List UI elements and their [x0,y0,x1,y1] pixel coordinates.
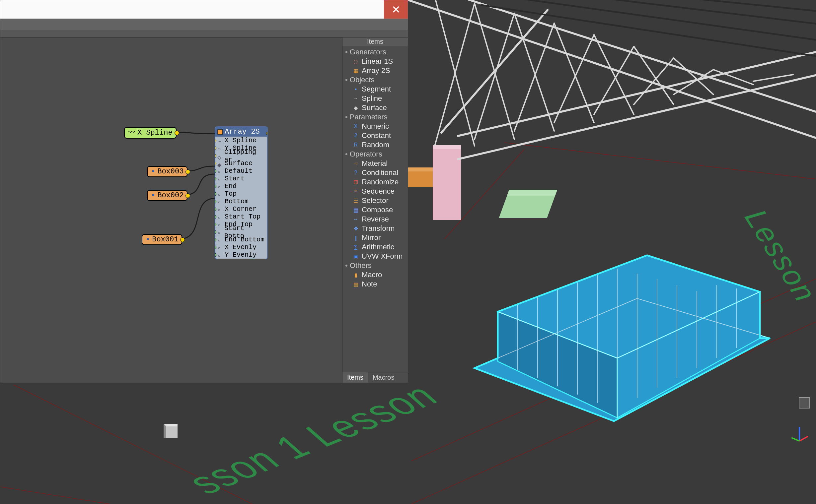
node-array2s[interactable]: Array 2S ~X Spline~Y Spline◇Clipping ar◆… [215,126,268,259]
palette-item-label: Reverse [362,215,389,223]
palette-item[interactable]: ⚅Randomize [343,177,408,187]
palette-item-label: Conditional [362,168,398,177]
panel-titlebar[interactable]: ✕ [0,0,408,19]
palette-item-icon: ▤ [352,207,359,213]
node-input-port[interactable] [215,253,217,257]
palette-item-icon: R [352,142,359,148]
palette-category[interactable]: Objects [343,75,408,85]
palette-category[interactable]: Operators [343,150,408,159]
node-input-port[interactable] [215,207,217,212]
palette-category[interactable]: Generators [343,47,408,57]
palette-item[interactable]: ▤Compose [343,205,408,215]
palette-category[interactable]: Others [343,261,408,270]
row-label: X Spline [225,137,257,144]
node-output-port[interactable] [174,131,179,135]
palette-item[interactable]: ◌Linear 1S [343,57,408,66]
node-input-row[interactable]: ▫X Corner [216,205,267,213]
viewcube[interactable] [799,397,810,409]
node-input-row[interactable]: ▫Start Botto [216,228,267,236]
palette-item[interactable]: ↔Reverse [343,215,408,224]
palette-item[interactable]: ▪Segment [343,85,408,94]
node-input-port[interactable] [215,237,217,242]
row-label: Start [225,175,245,182]
node-input-row[interactable]: ~X Spline [216,137,267,144]
palette-item[interactable]: ▮Macro [343,270,408,280]
node-title: Array 2S [225,128,260,136]
row-icon: ▫ [218,229,222,235]
palette-item[interactable]: 2Constant [343,131,408,140]
palette-item[interactable]: ▣UVW XForm [343,252,408,261]
axis-gizmo[interactable] [789,424,809,444]
palette-item-label: Mirror [362,233,381,242]
palette-item[interactable]: XNumeric [343,122,408,131]
tab-items[interactable]: Items [343,372,368,383]
row-label: Default [225,167,253,175]
palette-item-label: UVW XForm [362,252,403,261]
palette-item[interactable]: ◆Surface [343,103,408,112]
node-output-port[interactable] [180,237,185,242]
node-input-port[interactable] [215,215,217,219]
node-input-port[interactable] [215,169,217,173]
node-input-port[interactable] [215,184,217,189]
node-xspline[interactable]: 〰 X Spline [124,127,176,139]
node-input-row[interactable]: ◇Clipping ar [216,152,267,159]
node-input-row[interactable]: ▫End [216,182,267,190]
node-input-port[interactable] [215,192,217,196]
node-input-port[interactable] [215,138,217,143]
panel-toolbar[interactable] [0,19,408,30]
node-input-port[interactable] [215,245,217,250]
palette-item-label: Note [362,280,377,288]
node-input-port[interactable] [215,146,217,151]
palette-item[interactable]: ▤Note [343,280,408,289]
row-label: X Corner [225,205,257,213]
node-input-row[interactable]: ▫Start [216,175,267,182]
node-input-port[interactable] [215,230,217,234]
node-input-port[interactable] [215,161,217,166]
node-canvas[interactable]: 〰 X Spline ▪ Box003 ▪ Box002 ▪ Box001 Ar… [0,37,342,369]
node-input-row[interactable]: ▫Default [216,167,267,175]
palette-item-icon: ▦ [352,67,359,74]
palette-item[interactable]: ✥Transform [343,224,408,233]
palette-category[interactable]: Parameters [343,112,408,122]
palette-item[interactable]: ‖Mirror [343,233,408,242]
geom-array-cyan[interactable] [471,255,770,421]
node-box002[interactable]: ▪ Box002 [147,190,187,201]
node-input-row[interactable]: ◆Surface [216,159,267,167]
node-input-row[interactable]: ▫Start Top [216,213,267,221]
node-input-port[interactable] [215,222,217,227]
node-box003[interactable]: ▪ Box003 [147,166,187,177]
palette-item[interactable]: RRandom [343,140,408,150]
node-input-row[interactable]: ▫Top [216,190,267,198]
node-input-row[interactable]: ▫Bottom [216,198,267,205]
palette-body[interactable]: Generators◌Linear 1S▦Array 2SObjects▪Seg… [343,46,408,372]
palette-item[interactable]: ?Conditional [343,168,408,177]
node-input-row[interactable]: ▫End Bottom [216,236,267,243]
node-output-port[interactable] [185,169,190,174]
node-input-port[interactable] [215,154,217,158]
node-input-port[interactable] [215,199,217,204]
palette-item-label: Arithmetic [362,243,394,251]
palette-item-icon: ‖ [352,234,359,241]
node-box001[interactable]: ▪ Box001 [142,234,182,245]
svg-line-50 [791,438,799,441]
row-icon: ▫ [218,176,223,181]
palette-item[interactable]: ▦Array 2S [343,66,408,75]
palette-item[interactable]: ⁘Material [343,159,408,168]
geom-truss [408,0,816,262]
palette-item-icon: ~ [352,95,359,102]
node-output-port[interactable] [185,193,190,198]
palette-item[interactable]: ∑Arithmetic [343,242,408,252]
palette-item[interactable]: ~Spline [343,94,408,103]
tab-macros[interactable]: Macros [368,372,399,383]
palette-item[interactable]: ≡Sequence [343,187,408,196]
close-button[interactable]: ✕ [384,0,408,19]
node-input-row[interactable]: ▫X Evenly [216,243,267,251]
palette-item-icon: ? [352,169,359,176]
node-array2s-header[interactable]: Array 2S [216,127,267,137]
panel-subtoolbar [0,30,408,37]
row-label: End Bottom [225,236,265,243]
node-input-row[interactable]: ▫Y Evenly [216,251,267,259]
row-label: Y Evenly [225,251,257,259]
palette-item[interactable]: ☰Selector [343,196,408,205]
node-input-port[interactable] [215,176,217,181]
